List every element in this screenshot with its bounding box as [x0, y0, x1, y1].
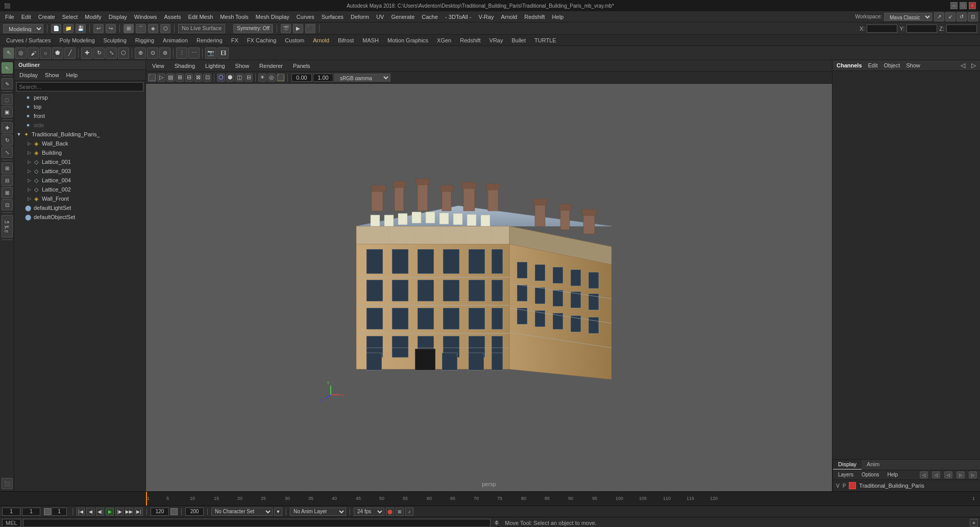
select-tool[interactable]: ↖ [3, 47, 14, 59]
sound-btn[interactable]: ♪ [405, 508, 413, 516]
hamburger-btn[interactable]: ≡ [970, 519, 978, 527]
tree-item-lattice003[interactable]: ▷ ◇ Lattice_003 [14, 166, 145, 176]
channels-tab-show[interactable]: Show [906, 62, 920, 68]
gamma-dropdown[interactable]: sRGB gamma [334, 74, 390, 82]
tab-sculpting[interactable]: Sculpting [100, 36, 131, 44]
lasso-tool[interactable]: ◎ [15, 47, 27, 59]
vp-shading1[interactable]: ⬡ [217, 74, 225, 82]
outliner-search-input[interactable] [16, 82, 143, 91]
disp-new-layer-btn[interactable]: ◁ [920, 471, 928, 478]
tab-fx-caching[interactable]: FX Caching [243, 36, 280, 44]
tree-item-trad-building[interactable]: ▼ ✦ Traditional_Building_Paris_ [14, 130, 145, 139]
tool-move[interactable]: ✚ [2, 122, 13, 133]
save-btn[interactable]: 💾 [76, 24, 86, 33]
tree-item-wall-front[interactable]: ▷ ◈ Wall_Front [14, 194, 145, 203]
camera-tools[interactable]: 📷 [205, 47, 216, 59]
tool-lasso[interactable]: ◌ [2, 94, 13, 105]
menu-vray[interactable]: V-Ray [475, 13, 497, 21]
tab-vray[interactable]: VRay [485, 36, 507, 44]
anim-layer-dropdown[interactable]: No Anim Layer [290, 508, 346, 516]
vp-light2-btn[interactable]: ◎ [267, 74, 276, 82]
circle-select[interactable]: ○ [40, 47, 51, 59]
mel-command-input[interactable] [23, 519, 491, 527]
gamma-input[interactable]: 1.00 [313, 74, 333, 82]
tab-animation[interactable]: Animation [159, 36, 192, 44]
tool-extra2[interactable]: ⊟ [2, 175, 13, 186]
open-btn[interactable]: 📁 [63, 24, 74, 33]
x-input[interactable] [867, 25, 897, 33]
minimize-btn[interactable]: ─ [950, 2, 958, 9]
snap-to-edge[interactable]: ⋯ [188, 47, 200, 59]
tree-item-lattice002[interactable]: ▷ ◇ Lattice_002 [14, 185, 145, 194]
vertex-select[interactable]: ⬟ [52, 47, 63, 59]
frame-box-input[interactable]: 1 [52, 508, 67, 516]
live-surface-btn[interactable]: No Live Surface [178, 24, 225, 33]
viewport-3d[interactable]: X Y Z persp [146, 84, 832, 491]
paint-select-tool[interactable]: 🖌 [28, 47, 39, 59]
next-frame-btn[interactable]: ▶▶ [125, 508, 133, 516]
menu-create[interactable]: Create [35, 13, 58, 21]
layer-v-label[interactable]: V [836, 483, 840, 489]
tool-extra3[interactable]: ⊠ [2, 187, 13, 198]
menu-arnold[interactable]: Arnold [498, 13, 520, 21]
disp-icon3[interactable]: ◁ [944, 471, 952, 478]
vp-color-btn[interactable]: ⬛ [277, 74, 285, 82]
maximize-btn[interactable]: □ [960, 2, 967, 9]
vp-render-btn[interactable]: ▷ [157, 74, 165, 82]
layer-name[interactable]: Traditional_Building_Paris [859, 483, 924, 489]
vp-toggle-btn[interactable]: ⬛ [148, 74, 156, 82]
mode-dropdown[interactable]: Modeling [3, 24, 43, 33]
ws-icon-1[interactable]: ↗ [934, 12, 944, 21]
snap-surface-btn[interactable]: ⬡ [160, 24, 170, 33]
move-tool[interactable]: ✚ [81, 47, 92, 59]
snap-curve-btn[interactable]: ⌒ [136, 24, 146, 33]
render-settings-btn[interactable]: 🎬 [281, 24, 291, 33]
tab-turtle[interactable]: TURTLE [530, 36, 560, 44]
options-menu[interactable]: Options [860, 471, 881, 478]
menu-curves[interactable]: Curves [293, 13, 317, 21]
vp-shading2[interactable]: ⬢ [226, 74, 234, 82]
outliner-menu-display[interactable]: Display [16, 71, 41, 79]
vp-menu-view[interactable]: View [149, 62, 167, 70]
tab-xgen[interactable]: XGen [433, 36, 455, 44]
redo-btn[interactable]: ↪ [106, 24, 116, 33]
play-start-btn[interactable]: |◀ [77, 508, 85, 516]
menu-edit-mesh[interactable]: Edit Mesh [185, 13, 216, 21]
tab-curves-surfaces[interactable]: Curves / Surfaces [2, 36, 55, 44]
key-cycle-btn[interactable]: ⊞ [396, 508, 404, 516]
help-menu-disp[interactable]: Help [885, 471, 900, 478]
channels-tab-channels[interactable]: Channels [837, 62, 862, 68]
mel-label[interactable]: MEL [2, 519, 21, 527]
vp-wire-btn[interactable]: ⊟ [244, 74, 253, 82]
tool-select[interactable]: ↖ [2, 62, 13, 74]
scroll-down-icon[interactable] [495, 523, 499, 525]
menu-assets[interactable]: Assets [161, 13, 184, 21]
soft-select3[interactable]: ⊚ [159, 47, 170, 59]
edge-select[interactable]: ╱ [64, 47, 76, 59]
tree-item-default-light-set[interactable]: ⬤ defaultLightSet [14, 203, 145, 212]
character-set-btn[interactable]: ▼ [274, 508, 282, 516]
tool-rotate[interactable]: ↻ [2, 134, 13, 146]
vp-type-btn[interactable]: ⊡ [203, 74, 211, 82]
tool-bottom1[interactable]: ⬛ [2, 478, 13, 489]
tab-custom[interactable]: Custom [281, 36, 308, 44]
rotate-tool[interactable]: ↻ [93, 47, 105, 59]
menu-select[interactable]: Select [59, 13, 81, 21]
layer-p-label[interactable]: P [843, 483, 846, 489]
tree-item-top[interactable]: ■ top [14, 102, 145, 111]
menu-display[interactable]: Display [106, 13, 130, 21]
tree-item-wall-back[interactable]: ▷ ◈ Wall_Back [14, 139, 145, 148]
vp-grid-btn[interactable]: ⊞ [176, 74, 184, 82]
menu-windows[interactable]: Windows [131, 13, 160, 21]
scale-tool[interactable]: ⤡ [106, 47, 117, 59]
menu-mesh-display[interactable]: Mesh Display [253, 13, 292, 21]
workspace-dropdown[interactable]: Maya Classic [884, 13, 932, 21]
vp-shading3[interactable]: ◫ [235, 74, 243, 82]
soft-select2[interactable]: ⊙ [147, 47, 158, 59]
tool-paint[interactable]: ✎ [2, 78, 13, 89]
snap-to-points[interactable]: ⋮ [176, 47, 187, 59]
tab-fx[interactable]: FX [227, 36, 242, 44]
tab-bifrost[interactable]: Bifrost [334, 36, 358, 44]
timeline-scrubber[interactable] [146, 492, 147, 506]
tool-extra1[interactable]: ⊞ [2, 162, 13, 174]
